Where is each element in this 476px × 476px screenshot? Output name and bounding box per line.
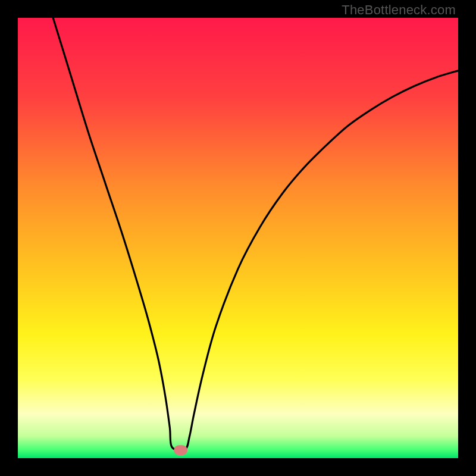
bottleneck-curve <box>18 18 458 458</box>
plot-area <box>18 18 458 458</box>
watermark-text: TheBottleneck.com <box>342 2 456 18</box>
optimum-marker <box>174 445 188 456</box>
chart-frame: TheBottleneck.com <box>0 0 476 476</box>
